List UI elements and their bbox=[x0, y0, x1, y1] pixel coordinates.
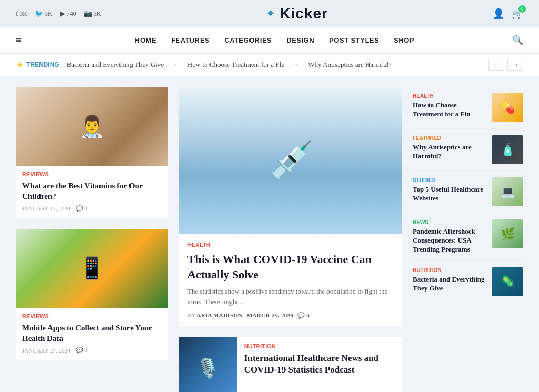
article-2-body: REVIEWS Mobile Apps to Collect and Store… bbox=[16, 308, 168, 360]
trending-bolt-icon: ⚡ bbox=[16, 61, 24, 68]
social-facebook[interactable]: f 3K bbox=[16, 9, 27, 18]
facebook-count: 3K bbox=[19, 10, 27, 18]
sidebar-item-3-thumb: 💻 bbox=[492, 177, 523, 206]
trending-label: ⚡ TRENDING bbox=[16, 61, 59, 68]
youtube-icon: ▶ bbox=[60, 9, 65, 18]
left-article-2: 📱 REVIEWS Mobile Apps to Collect and Sto… bbox=[16, 229, 168, 360]
sidebar-item-2: FEATURED Why Antiseptics are Harmful? 🧴 bbox=[413, 129, 523, 171]
trending-prev-button[interactable]: ← bbox=[488, 59, 504, 71]
social-youtube[interactable]: ▶ 740 bbox=[60, 9, 76, 18]
sidebar-item-5-text: NUTRITION Bacteria and Everything They G… bbox=[413, 267, 486, 293]
article-2-image: 📱 bbox=[16, 229, 168, 308]
article-1-date: JANUARY 17, 2020 bbox=[22, 205, 71, 212]
sidebar-item-5: NUTRITION Bacteria and Everything They G… bbox=[413, 261, 523, 303]
sidebar-item-3: STUDIES Top 5 Useful Healthcare Websites… bbox=[413, 171, 523, 213]
sidebar-item-1: HEALTH How to Choose Treatment for a Flu… bbox=[413, 87, 523, 129]
sidebar-item-4: NEWS Pandemic Aftershock Consequences: U… bbox=[413, 213, 523, 261]
article-2-category: REVIEWS bbox=[22, 313, 162, 319]
social-twitter[interactable]: 🐦 3K bbox=[35, 9, 53, 18]
featured-byline: BY ARIA MADISON MARCH 25, 2020 💬 6 bbox=[187, 312, 394, 319]
second-article: 🎙️ NUTRITION International Healthcare Ne… bbox=[179, 337, 402, 392]
sidebar-item-1-text: HEALTH How to Choose Treatment for a Flu bbox=[413, 93, 486, 119]
trending-bar: ⚡ TRENDING Bacteria and Everything They … bbox=[0, 54, 539, 76]
second-article-image: 🎙️ bbox=[179, 337, 237, 392]
nav-bar: ≡ HOME FEATURES CATEGORIES DESIGN POST S… bbox=[0, 27, 539, 54]
featured-excerpt: The statistics show a positive tendency … bbox=[187, 286, 394, 307]
left-article-1: 👨‍⚕️ REVIEWS What are the Best Vitamins … bbox=[16, 87, 168, 218]
right-sidebar: HEALTH How to Choose Treatment for a Flu… bbox=[413, 87, 523, 392]
article-1-title[interactable]: What are the Best Vitamins for Our Child… bbox=[22, 180, 162, 202]
featured-body: HEALTH This is What COVID-19 Vaccine Can… bbox=[179, 234, 402, 326]
nav-home[interactable]: HOME bbox=[135, 36, 156, 44]
nav-design[interactable]: DESIGN bbox=[286, 36, 314, 44]
featured-title[interactable]: This is What COVID-19 Vaccine Can Actual… bbox=[187, 252, 394, 282]
article-2-meta: JANUARY 27, 2020 💬 0 bbox=[22, 347, 162, 354]
cart-badge: 0 bbox=[518, 5, 526, 13]
trending-items: Bacteria and Everything They Give • How … bbox=[67, 61, 481, 69]
top-right-icons: 👤 🛒 0 bbox=[493, 8, 523, 19]
sidebar-item-5-category: NUTRITION bbox=[413, 267, 486, 273]
trending-item-1[interactable]: Bacteria and Everything They Give bbox=[67, 61, 164, 69]
sidebar-item-2-title[interactable]: Why Antiseptics are Harmful? bbox=[413, 143, 486, 161]
sidebar-item-2-thumb: 🧴 bbox=[492, 135, 523, 164]
center-content: 💉 HEALTH This is What COVID-19 Vaccine C… bbox=[179, 87, 402, 392]
sidebar-item-3-category: STUDIES bbox=[413, 177, 486, 183]
trending-text: TRENDING bbox=[26, 61, 59, 68]
sidebar-item-3-text: STUDIES Top 5 Useful Healthcare Websites bbox=[413, 177, 486, 203]
youtube-count: 740 bbox=[67, 10, 76, 18]
nav-categories[interactable]: CATEGORIES bbox=[224, 36, 272, 44]
main-nav: HOME FEATURES CATEGORIES DESIGN POST STY… bbox=[37, 36, 512, 44]
trending-dot-2: • bbox=[295, 61, 298, 69]
nav-post-styles[interactable]: POST STYLES bbox=[329, 36, 379, 44]
second-article-category: NUTRITION bbox=[244, 343, 395, 349]
twitter-count: 3K bbox=[45, 10, 53, 18]
cart-icon[interactable]: 🛒 0 bbox=[512, 8, 523, 19]
facebook-icon: f bbox=[16, 9, 18, 18]
search-icon[interactable]: 🔍 bbox=[512, 35, 523, 46]
sidebar-item-3-title[interactable]: Top 5 Useful Healthcare Websites bbox=[413, 185, 486, 203]
article-1-body: REVIEWS What are the Best Vitamins for O… bbox=[16, 166, 168, 218]
trending-item-2[interactable]: How to Choose Treatment for a Flu bbox=[187, 61, 285, 69]
second-article-title[interactable]: International Healthcare News and COVID-… bbox=[244, 353, 395, 376]
article-1-meta: JANUARY 17, 2020 💬 0 bbox=[22, 205, 162, 212]
sidebar-item-1-title[interactable]: How to Choose Treatment for a Flu bbox=[413, 101, 486, 119]
sidebar-item-4-thumb: 🌿 bbox=[492, 219, 523, 248]
logo-text: Kicker bbox=[280, 5, 328, 22]
left-sidebar: 👨‍⚕️ REVIEWS What are the Best Vitamins … bbox=[16, 87, 168, 392]
article-2-date: JANUARY 27, 2020 bbox=[22, 347, 71, 354]
instagram-icon: 📷 bbox=[84, 9, 92, 18]
featured-date: MARCH 25, 2020 bbox=[247, 312, 293, 318]
featured-author: ARIA MADISON bbox=[197, 312, 243, 318]
sidebar-item-4-text: NEWS Pandemic Aftershock Consequences: U… bbox=[413, 219, 486, 254]
twitter-icon: 🐦 bbox=[35, 9, 43, 18]
sidebar-item-2-text: FEATURED Why Antiseptics are Harmful? bbox=[413, 135, 486, 161]
sidebar-item-2-category: FEATURED bbox=[413, 135, 486, 141]
nav-shop[interactable]: SHOP bbox=[394, 36, 414, 44]
user-icon[interactable]: 👤 bbox=[493, 8, 504, 19]
hamburger-menu[interactable]: ≡ bbox=[16, 35, 21, 46]
logo-icon: ✦ bbox=[266, 7, 275, 21]
trending-dot-1: • bbox=[174, 61, 177, 69]
main-content: 👨‍⚕️ REVIEWS What are the Best Vitamins … bbox=[0, 76, 539, 392]
article-2-title[interactable]: Mobile Apps to Collect and Store Your He… bbox=[22, 323, 162, 344]
featured-article: 💉 HEALTH This is What COVID-19 Vaccine C… bbox=[179, 87, 402, 326]
social-instagram[interactable]: 📷 3K bbox=[84, 9, 102, 18]
featured-category: HEALTH bbox=[187, 242, 394, 248]
sidebar-item-4-title[interactable]: Pandemic Aftershock Consequences: USA Tr… bbox=[413, 227, 486, 254]
trending-next-button[interactable]: → bbox=[507, 59, 523, 71]
sidebar-item-4-category: NEWS bbox=[413, 219, 486, 225]
trending-item-3[interactable]: Why Antiseptics are Harmful? bbox=[308, 61, 391, 69]
featured-comments: 6 bbox=[306, 312, 310, 318]
article-1-image: 👨‍⚕️ bbox=[16, 87, 168, 166]
logo[interactable]: ✦ Kicker bbox=[266, 5, 328, 22]
second-article-body: NUTRITION International Healthcare News … bbox=[237, 337, 402, 392]
nav-features[interactable]: FEATURES bbox=[171, 36, 209, 44]
article-1-comments: 💬 0 bbox=[76, 205, 87, 212]
featured-image: 💉 bbox=[179, 87, 402, 234]
sidebar-item-5-title[interactable]: Bacteria and Everything They Give bbox=[413, 275, 486, 293]
instagram-count: 3K bbox=[94, 10, 102, 18]
sidebar-item-1-category: HEALTH bbox=[413, 93, 486, 99]
social-links: f 3K 🐦 3K ▶ 740 📷 3K bbox=[16, 9, 101, 18]
article-1-category: REVIEWS bbox=[22, 171, 162, 177]
sidebar-item-1-thumb: 💊 bbox=[492, 93, 523, 122]
